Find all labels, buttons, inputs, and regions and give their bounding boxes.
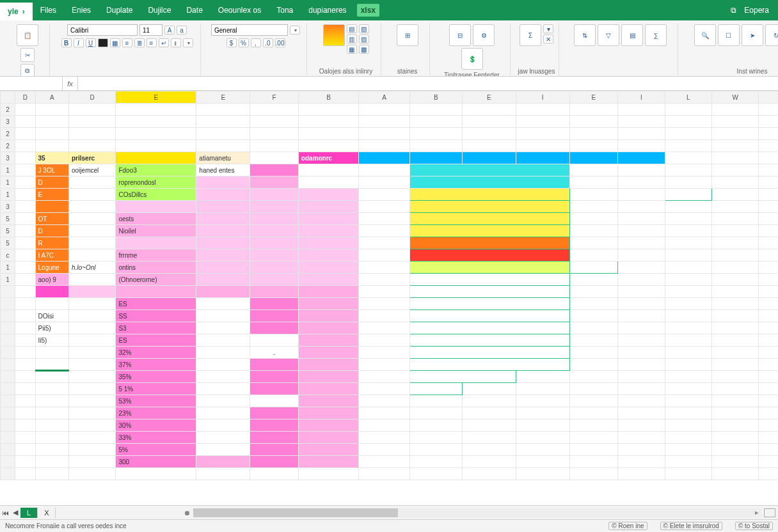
row-hdr[interactable] — [1, 444, 15, 456]
sort-icon[interactable]: ⇅ — [574, 24, 596, 46]
insert-cell-icon[interactable]: ⊞ — [397, 24, 418, 46]
tab-dujilce[interactable]: Dujilce — [140, 0, 179, 20]
col-hdr[interactable]: I — [516, 91, 569, 104]
row-hdr[interactable]: 5 — [1, 237, 15, 249]
scroll-thumb[interactable] — [193, 508, 398, 517]
bold-icon[interactable]: B — [61, 38, 72, 47]
style6-icon[interactable]: ▩ — [359, 45, 369, 54]
cell[interactable]: I A7C — [35, 249, 68, 262]
col-hdr-selected[interactable]: E — [116, 91, 196, 104]
tab-context[interactable]: Oeounlex os — [210, 0, 269, 20]
cell[interactable]: OT — [35, 213, 68, 225]
col-hdr[interactable]: E — [196, 91, 250, 104]
more-font-icon[interactable] — [183, 38, 193, 47]
row-hdr[interactable]: 2 — [1, 128, 15, 140]
italic-icon[interactable]: I — [74, 38, 84, 47]
tab-dupes[interactable]: dupianeres — [301, 0, 354, 20]
cell[interactable]: 37% — [116, 359, 196, 371]
row-hdr[interactable] — [1, 407, 15, 419]
col-hdr[interactable]: D — [15, 91, 35, 104]
status-btn-3[interactable]: © to Sostal — [735, 522, 773, 530]
style5-icon[interactable]: ▨ — [359, 35, 369, 43]
dec-dec-icon[interactable]: .00 — [275, 38, 285, 47]
status-btn-1[interactable]: © Roen ine — [608, 522, 647, 530]
col-hdr[interactable]: B — [298, 91, 358, 104]
export-label[interactable]: Eopera — [744, 6, 769, 15]
fill-color-icon[interactable] — [98, 38, 108, 47]
cell[interactable] — [298, 176, 358, 189]
clear-icon[interactable]: ✕ — [543, 35, 553, 43]
cell[interactable]: R — [35, 237, 68, 249]
col-hdr[interactable]: L — [665, 91, 711, 104]
copy-icon[interactable]: ⧉ — [20, 64, 35, 77]
row-hdr[interactable]: c — [1, 249, 15, 262]
cell[interactable]: odamonrc — [298, 152, 358, 164]
sheet-nav-prev-icon[interactable]: ◀ — [10, 508, 20, 517]
font-grow-icon[interactable]: A — [164, 26, 175, 35]
font-name-input[interactable] — [67, 24, 138, 36]
cell[interactable]: SS — [116, 310, 196, 322]
row-hdr[interactable]: 1 — [1, 274, 15, 286]
row-hdr[interactable] — [1, 334, 15, 347]
border-icon[interactable]: ▦ — [110, 38, 120, 47]
row-hdr[interactable] — [1, 298, 15, 310]
font-size-input[interactable] — [139, 24, 163, 36]
format-cell-icon[interactable]: ⚙ — [473, 24, 495, 46]
row-hdr[interactable] — [1, 359, 15, 371]
fx-icon[interactable]: fx — [63, 77, 78, 90]
row-hdr[interactable]: 3 — [1, 152, 15, 164]
cell[interactable]: haned entes — [196, 164, 250, 176]
cell[interactable] — [409, 176, 569, 189]
style3-icon[interactable]: ▦ — [347, 45, 357, 54]
col-hdr[interactable]: A — [359, 91, 410, 104]
sheet-area[interactable]: D A D E E F B A B E I E I L W F 2 3 2 2 … — [0, 91, 778, 505]
cell[interactable] — [250, 176, 299, 189]
paste-icon[interactable]: 📋 — [17, 24, 38, 46]
cell[interactable]: prilserc — [69, 152, 116, 164]
cell[interactable] — [116, 152, 196, 164]
cell[interactable]: COsDillcs — [116, 189, 196, 201]
row-hdr[interactable]: 5 — [1, 213, 15, 225]
record-macro-icon[interactable]: ⏺ — [184, 509, 191, 517]
cell[interactable] — [409, 164, 569, 176]
align-left-icon[interactable]: ≡ — [122, 38, 132, 47]
fill-icon[interactable]: ▾ — [543, 24, 553, 33]
row-hdr[interactable]: 1 — [1, 164, 15, 176]
cell[interactable]: 33% — [116, 432, 196, 444]
col-hdr[interactable]: W — [712, 91, 759, 104]
row-hdr[interactable]: 2 — [1, 140, 15, 152]
spreadsheet-grid[interactable]: D A D E E F B A B E I E I L W F 2 3 2 2 … — [0, 91, 778, 480]
cut-icon[interactable]: ✂ — [20, 48, 35, 62]
font-shrink-icon[interactable]: a — [177, 26, 187, 35]
find-icon[interactable]: 🔍 — [694, 24, 716, 46]
col-hdr[interactable]: B — [409, 91, 462, 104]
cell[interactable]: ES — [116, 334, 196, 347]
outline-icon[interactable]: ▤ — [621, 24, 643, 46]
wrap-text-icon[interactable]: ↵ — [159, 38, 169, 47]
cell[interactable] — [250, 164, 299, 176]
col-hdr[interactable]: F — [759, 91, 778, 104]
cell[interactable]: DOisi — [35, 310, 68, 322]
cell[interactable] — [409, 189, 569, 201]
row-hdr[interactable] — [1, 432, 15, 444]
select-icon[interactable]: ☐ — [718, 24, 740, 46]
cell[interactable] — [298, 164, 358, 176]
sheet-nav-first-icon[interactable]: ⏮ — [0, 509, 10, 517]
tab-home[interactable]: yle › — [0, 1, 33, 20]
tab-files[interactable]: Files — [33, 0, 64, 20]
cell[interactable] — [359, 152, 410, 164]
tab-total[interactable]: Tona — [269, 0, 301, 20]
cell[interactable]: aoo) 9 — [35, 274, 68, 286]
row-hdr[interactable] — [1, 322, 15, 334]
cell[interactable]: 53% — [116, 395, 196, 407]
underline-icon[interactable]: U — [86, 38, 96, 47]
cell[interactable]: 30% — [116, 419, 196, 432]
scroll-right-icon[interactable]: ▸ — [755, 508, 759, 517]
tab-entries[interactable]: Enies — [64, 0, 99, 20]
number-format-dropdown-icon[interactable] — [290, 26, 300, 35]
autosum-icon[interactable]: Σ — [520, 24, 541, 46]
cell[interactable]: D — [35, 176, 68, 189]
cell[interactable]: 300 — [116, 456, 196, 468]
col-hdr[interactable]: E — [462, 91, 516, 104]
cell[interactable]: frrnme — [116, 249, 196, 262]
